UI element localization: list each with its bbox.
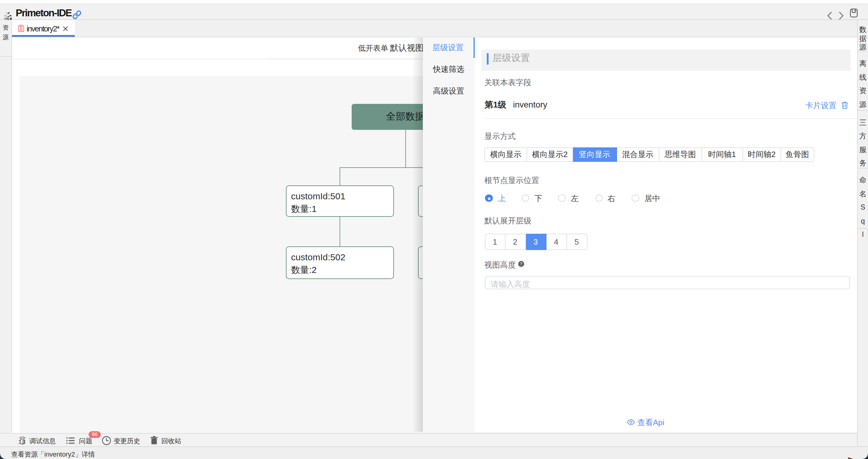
svg-text:?: ?	[520, 261, 522, 266]
